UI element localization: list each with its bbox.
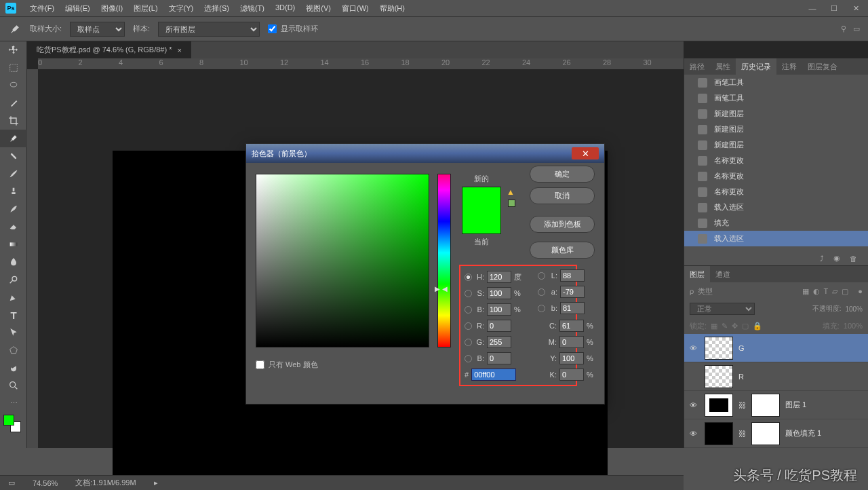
menu-item[interactable]: 视图(V) <box>300 1 336 16</box>
marquee-tool[interactable] <box>0 59 27 77</box>
layer-name[interactable]: G <box>738 344 745 352</box>
b-radio[interactable] <box>465 355 472 362</box>
shape-tool[interactable] <box>0 341 27 359</box>
opacity-value[interactable]: 100% <box>845 305 863 313</box>
path-select-tool[interactable] <box>0 324 27 341</box>
history-item[interactable]: 名称更改 <box>684 153 868 168</box>
layer-row[interactable]: 👁⛓图层 1 <box>684 391 868 419</box>
tab-属性[interactable]: 属性 <box>710 58 736 75</box>
filter-shape-icon[interactable]: ▱ <box>832 287 837 296</box>
link-icon[interactable]: ⛓ <box>738 401 746 409</box>
menu-item[interactable]: 选择(S) <box>199 1 235 16</box>
r-radio[interactable] <box>465 322 472 330</box>
c-input[interactable] <box>559 320 584 332</box>
a-input[interactable] <box>560 286 585 298</box>
blend-mode-select[interactable]: 正常 <box>690 303 755 315</box>
camera-icon[interactable]: ◉ <box>833 254 840 263</box>
visibility-icon[interactable]: 👁 <box>690 401 699 409</box>
menu-item[interactable]: 帮助(H) <box>374 1 410 16</box>
s-radio[interactable] <box>465 290 472 297</box>
bval-input[interactable] <box>487 303 511 316</box>
visibility-icon[interactable]: 👁 <box>690 430 699 438</box>
filter-type-icon[interactable]: T <box>824 287 829 295</box>
blur-tool[interactable] <box>0 253 27 271</box>
web-only-checkbox[interactable]: 只有 Web 颜色 <box>256 360 318 370</box>
add-swatch-button[interactable]: 添加到色板 <box>530 216 595 233</box>
doc-size[interactable]: 文档:1.91M/6.99M <box>75 478 136 488</box>
filter-pixel-icon[interactable]: ▦ <box>802 287 809 296</box>
history-brush-tool[interactable] <box>0 200 27 218</box>
l-radio[interactable] <box>538 272 545 280</box>
tab-注释[interactable]: 注释 <box>776 58 802 75</box>
history-item[interactable]: 载入选区 <box>684 231 868 246</box>
sample-layers-select[interactable]: 所有图层 <box>158 22 260 37</box>
minimize-button[interactable]: ― <box>803 2 822 14</box>
layer-thumb[interactable] <box>705 394 733 417</box>
history-item[interactable]: 新建图层 <box>684 106 868 121</box>
tab-路径[interactable]: 路径 <box>684 58 710 75</box>
lab-b-input[interactable] <box>560 302 585 314</box>
layer-row[interactable]: 👁G <box>684 334 868 362</box>
tab-通道[interactable]: 通道 <box>710 266 736 282</box>
dialog-titlebar[interactable]: 拾色器（前景色） ✕ <box>246 144 604 163</box>
document-tab[interactable]: 吃货PS教程.psd @ 74.6% (G, RGB/8#) * × <box>27 41 191 58</box>
layer-name[interactable]: 图层 1 <box>785 400 806 410</box>
history-item[interactable]: 新建图层 <box>684 137 868 153</box>
pen-tool[interactable] <box>0 288 27 306</box>
menu-item[interactable]: 滤镜(T) <box>235 1 270 16</box>
layer-name[interactable]: 颜色填充 1 <box>785 428 821 438</box>
wand-tool[interactable] <box>0 94 27 112</box>
hue-slider[interactable] <box>437 174 451 347</box>
lock-paint-icon[interactable]: ✎ <box>722 322 728 331</box>
hand-tool[interactable] <box>0 359 27 377</box>
history-item[interactable]: 名称更改 <box>684 184 868 200</box>
layer-name[interactable]: R <box>738 373 744 381</box>
tab-图层复合[interactable]: 图层复合 <box>802 58 843 75</box>
layer-thumb[interactable] <box>705 422 733 445</box>
gamut-warning-icon[interactable]: ▲ <box>507 187 515 197</box>
fill-value[interactable]: 100% <box>844 322 863 330</box>
layer-row[interactable]: 👁⛓颜色填充 1 <box>684 419 868 448</box>
color-lib-button[interactable]: 颜色库 <box>530 242 595 259</box>
m-input[interactable] <box>559 336 584 348</box>
history-item[interactable]: 画笔工具 <box>684 90 868 106</box>
saturation-brightness-field[interactable] <box>256 174 429 347</box>
new-snapshot-icon[interactable]: ⤴ <box>820 255 824 263</box>
y-input[interactable] <box>559 352 584 364</box>
menu-item[interactable]: 图像(I) <box>96 1 128 16</box>
move-tool[interactable] <box>0 41 27 59</box>
dodge-tool[interactable] <box>0 271 27 288</box>
maximize-button[interactable]: ☐ <box>825 2 844 14</box>
lock-nest-icon[interactable]: ▢ <box>742 322 749 331</box>
workspace-icon[interactable]: ▭ <box>853 24 860 33</box>
zoom-value[interactable]: 74.56% <box>33 479 58 487</box>
close-icon[interactable]: ✕ <box>572 147 599 159</box>
lock-trans-icon[interactable]: ▦ <box>711 322 717 331</box>
lasso-tool[interactable] <box>0 77 27 94</box>
history-item[interactable]: 画笔工具 <box>684 75 868 90</box>
lock-pos-icon[interactable]: ✥ <box>732 322 738 331</box>
heal-tool[interactable] <box>0 147 27 165</box>
crop-tool[interactable] <box>0 112 27 130</box>
cancel-button[interactable]: 取消 <box>530 187 595 204</box>
gradient-tool[interactable] <box>0 235 27 253</box>
menu-item[interactable]: 3D(D) <box>270 1 300 16</box>
mask-thumb[interactable] <box>751 422 780 445</box>
filter-adj-icon[interactable]: ◐ <box>813 287 820 296</box>
filter-toggle-icon[interactable]: ● <box>858 287 863 295</box>
b-input[interactable] <box>487 352 511 364</box>
zoom-tool[interactable] <box>0 377 27 394</box>
menu-item[interactable]: 编辑(E) <box>60 1 96 16</box>
close-button[interactable]: ✕ <box>846 2 865 14</box>
mask-thumb[interactable] <box>751 394 780 417</box>
visibility-icon[interactable]: 👁 <box>690 344 699 352</box>
brush-tool[interactable] <box>0 165 27 183</box>
type-tool[interactable]: T <box>0 306 27 324</box>
trash-icon[interactable]: 🗑 <box>850 255 857 263</box>
layer-thumb[interactable] <box>705 365 733 388</box>
websafe-warning-icon[interactable] <box>508 200 515 207</box>
s-input[interactable] <box>487 287 511 299</box>
more-tool[interactable]: ⋯ <box>0 394 27 412</box>
h-input[interactable] <box>487 271 511 283</box>
filter-smart-icon[interactable]: ▢ <box>842 287 848 296</box>
